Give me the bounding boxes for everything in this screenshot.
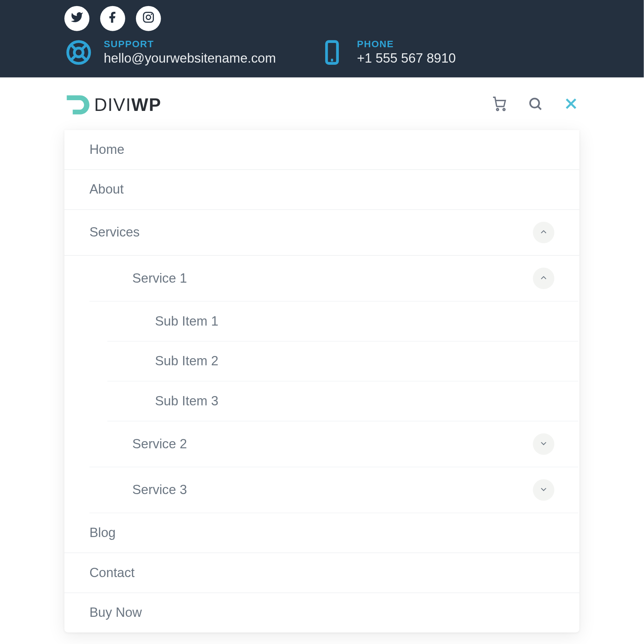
- svg-point-1: [146, 15, 151, 19]
- menu-label-blog: Blog: [89, 525, 116, 541]
- twitter-icon: [70, 11, 84, 26]
- phone-label: PHONE: [357, 39, 456, 49]
- menu-label-sub-3: Sub Item 3: [155, 394, 218, 409]
- svg-point-2: [151, 14, 152, 15]
- menu-label-home: Home: [89, 142, 125, 157]
- logo-text: DIVIWP: [94, 95, 161, 115]
- menu-item-buy-now[interactable]: Buy Now: [64, 593, 579, 633]
- services-submenu: Service 1 Sub Item 1 Sub Item 2 Sub Item…: [64, 256, 579, 513]
- menu-label-about: About: [89, 182, 124, 197]
- support-block: SUPPORT hello@yourwebsitename.com: [64, 38, 276, 67]
- menu-item-sub-3[interactable]: Sub Item 3: [107, 381, 578, 421]
- menu-label-services: Services: [89, 225, 140, 240]
- topbar: SUPPORT hello@yourwebsitename.com PHONE …: [0, 0, 644, 78]
- svg-point-4: [74, 48, 83, 57]
- chevron-up-icon: [539, 225, 548, 240]
- instagram-icon: [142, 11, 155, 26]
- search-icon: [527, 96, 543, 114]
- menu-label-contact: Contact: [89, 565, 135, 580]
- facebook-link[interactable]: [100, 6, 125, 31]
- menu-label-buy-now: Buy Now: [89, 605, 142, 620]
- close-menu-button[interactable]: [563, 97, 580, 113]
- twitter-link[interactable]: [64, 6, 89, 31]
- svg-line-6: [82, 55, 86, 60]
- svg-point-11: [497, 108, 498, 110]
- close-icon: [563, 96, 579, 114]
- expand-service-2-button[interactable]: [533, 433, 554, 455]
- social-links-row: [64, 6, 579, 31]
- expand-service-3-button[interactable]: [533, 479, 554, 501]
- svg-line-14: [538, 106, 541, 109]
- svg-point-13: [530, 98, 539, 107]
- logo-mark-icon: [64, 92, 91, 118]
- chevron-up-icon: [539, 270, 548, 286]
- menu-label-service-1: Service 1: [132, 270, 187, 286]
- collapse-service-1-button[interactable]: [533, 268, 554, 289]
- menu-label-sub-1: Sub Item 1: [155, 313, 218, 329]
- facebook-icon: [106, 11, 119, 26]
- phone-block: PHONE +1 555 567 8910: [318, 38, 456, 67]
- service-1-submenu: Sub Item 1 Sub Item 2 Sub Item 3: [64, 302, 579, 421]
- menu-label-service-3: Service 3: [132, 482, 187, 498]
- menu-item-contact[interactable]: Contact: [64, 553, 579, 593]
- menu-item-sub-2[interactable]: Sub Item 2: [107, 342, 578, 382]
- menu-item-service-3[interactable]: Service 3: [89, 467, 578, 513]
- svg-line-5: [71, 45, 75, 49]
- chevron-down-icon: [539, 482, 548, 498]
- menu-item-blog[interactable]: Blog: [64, 513, 579, 553]
- svg-point-12: [503, 108, 505, 110]
- cart-icon: [492, 96, 507, 114]
- menu-item-service-1[interactable]: Service 1: [89, 256, 578, 302]
- header: DIVIWP: [0, 78, 644, 130]
- svg-line-8: [71, 55, 75, 60]
- support-value[interactable]: hello@yourwebsitename.com: [104, 51, 276, 66]
- collapse-services-button[interactable]: [533, 222, 554, 243]
- phone-icon: [318, 38, 346, 67]
- lifebuoy-icon: [64, 38, 93, 67]
- menu-item-service-2[interactable]: Service 2: [89, 421, 578, 467]
- menu-item-sub-1[interactable]: Sub Item 1: [107, 302, 578, 342]
- svg-line-7: [82, 45, 86, 49]
- instagram-link[interactable]: [136, 6, 161, 31]
- header-actions: [491, 97, 580, 113]
- support-label: SUPPORT: [104, 39, 276, 49]
- menu-label-service-2: Service 2: [132, 436, 187, 452]
- menu-item-home[interactable]: Home: [64, 130, 579, 170]
- logo[interactable]: DIVIWP: [64, 92, 161, 118]
- menu-item-about[interactable]: About: [64, 170, 579, 210]
- mobile-menu: Home About Services Service 1 Sub Item 1: [64, 130, 579, 632]
- contact-row: SUPPORT hello@yourwebsitename.com PHONE …: [64, 38, 579, 67]
- chevron-down-icon: [539, 436, 548, 452]
- search-button[interactable]: [527, 97, 544, 113]
- cart-button[interactable]: [491, 97, 508, 113]
- menu-item-services[interactable]: Services: [64, 210, 579, 255]
- menu-label-sub-2: Sub Item 2: [155, 353, 218, 369]
- phone-value[interactable]: +1 555 567 8910: [357, 51, 456, 66]
